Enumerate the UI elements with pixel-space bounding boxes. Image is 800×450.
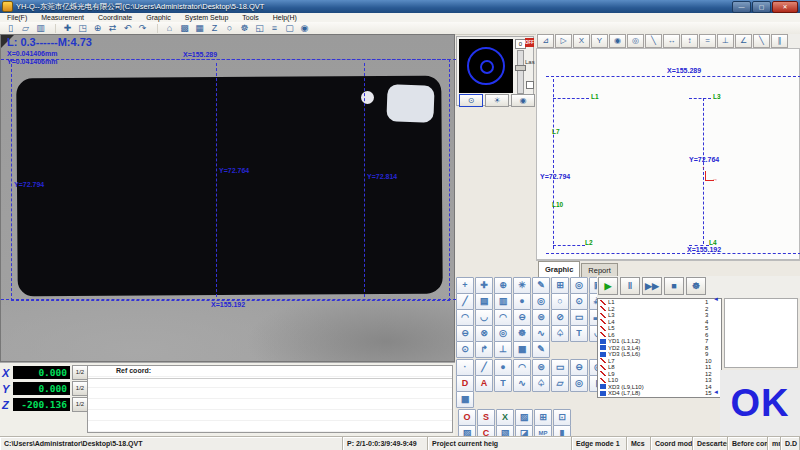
menu-item[interactable]: Tools — [235, 14, 265, 21]
fast-run-button[interactable]: ▶▶ — [642, 277, 662, 295]
list-view-icon[interactable]: ≡ — [267, 23, 282, 34]
construct-circle-tool[interactable]: ● — [494, 359, 512, 376]
axis-half-button[interactable]: 1/2 — [72, 381, 88, 396]
feature-row[interactable]: L3 3 — [598, 312, 721, 319]
ring-light-button[interactable]: ⊙ — [459, 94, 483, 107]
pen-probe-tool[interactable]: ✎ — [532, 277, 550, 294]
plane2-tool[interactable]: ▥ — [494, 293, 512, 310]
ring-tool[interactable]: ◎ — [532, 293, 550, 310]
new-file-icon[interactable]: ▯ — [3, 23, 18, 34]
vertical-distance-icon[interactable]: ↕ — [681, 34, 698, 48]
box-point-tool[interactable]: ⊞ — [551, 277, 569, 294]
feature-row[interactable]: YD2 (L3,L4) 8 — [598, 345, 721, 352]
base-tool[interactable]: ⊥ — [494, 341, 512, 358]
feature-row[interactable]: L10 13 — [598, 377, 721, 384]
symmetry-icon[interactable]: ∥ — [771, 34, 788, 48]
slot2-tool[interactable]: ⊖ — [456, 325, 474, 342]
point-aim-tool[interactable]: ✚ — [475, 277, 493, 294]
zero-z-icon[interactable]: Z — [207, 23, 222, 34]
tab-graphic[interactable]: Graphic — [538, 261, 580, 277]
line-tool[interactable]: ╱ — [456, 293, 474, 310]
laser-checkbox[interactable] — [526, 81, 534, 89]
feature-row[interactable]: L1 1 — [598, 299, 721, 306]
close-button[interactable]: ✕ — [772, 1, 798, 13]
pick-point-icon[interactable]: ▷ — [555, 34, 572, 48]
x-coordinate-icon[interactable]: X — [573, 34, 590, 48]
arc-tool[interactable]: ◠ — [456, 309, 474, 326]
home-icon[interactable]: ⌂ — [162, 23, 177, 34]
arc2-tool[interactable]: ◡ — [475, 309, 493, 326]
auto-run-icon[interactable]: ⇄ — [105, 23, 120, 34]
step-move-tool[interactable]: ↱ — [475, 341, 493, 358]
oblique-line-icon[interactable]: ╲ — [753, 34, 770, 48]
feature-row[interactable]: L2 2 — [598, 306, 721, 313]
excel-export-tool[interactable]: X — [496, 409, 514, 426]
redo-icon[interactable]: ↷ — [135, 23, 150, 34]
circle-tool[interactable]: ● — [513, 293, 531, 310]
point-tool[interactable]: + — [456, 277, 474, 294]
tab-report[interactable]: Report — [581, 263, 618, 277]
light-ring-icon[interactable]: ○ — [222, 23, 237, 34]
circle-construct-icon[interactable]: ◉ — [609, 34, 626, 48]
light-slider-thumb[interactable] — [515, 65, 526, 71]
menu-item[interactable]: Measurement — [34, 14, 91, 21]
image-export-tool[interactable]: ▨ — [515, 409, 533, 426]
feature-row[interactable]: L9 12 — [598, 371, 721, 378]
freeform-tool[interactable]: ♤ — [551, 325, 569, 342]
angle-construct-icon[interactable]: ⊿ — [537, 34, 554, 48]
toolbar-separator[interactable] — [150, 24, 158, 33]
line-construct-icon[interactable]: ╲ — [645, 34, 662, 48]
curve-tool[interactable]: ∿ — [532, 325, 550, 342]
feature-row[interactable]: L8 11 — [598, 364, 721, 371]
lens-button[interactable]: ◉ — [511, 94, 535, 107]
origin-tool[interactable]: O — [458, 409, 476, 426]
toolbar-separator[interactable] — [48, 24, 56, 33]
feature-row[interactable]: YD1 (L1,L2) 7 — [598, 338, 721, 345]
save-file-icon[interactable]: ▥ — [33, 23, 48, 34]
construct-line-tool[interactable]: ╱ — [475, 359, 493, 376]
feature-list[interactable]: L1 1 L2 2 L3 3 L4 4 L5 5 L6 6 YD1 (L1,L2… — [597, 298, 722, 398]
rectangle-tool[interactable]: ▭ — [570, 309, 588, 326]
skew-tool[interactable]: S — [477, 409, 495, 426]
pause-program-button[interactable]: ‖ — [620, 277, 640, 295]
ellipse-tool[interactable]: ⊖ — [513, 309, 531, 326]
arc3-tool[interactable]: ◠ — [494, 309, 512, 326]
crosshair-tool[interactable]: ⊕ — [494, 277, 512, 294]
minimize-button[interactable]: — — [732, 1, 751, 13]
graphic-cad-view[interactable]: X=155.289 X=155.192 Y=72.794 Y=72.764 L1… — [536, 48, 800, 260]
axis-half-button[interactable]: 1/2 — [72, 397, 88, 412]
construct-arc-tool[interactable]: ◠ — [513, 359, 531, 376]
calculator-tool[interactable]: ▦ — [513, 341, 531, 358]
feature-row[interactable]: L7 10 — [598, 358, 721, 365]
menu-item[interactable]: Graphic — [139, 14, 178, 21]
construct-rect-tool[interactable]: ▭ — [551, 359, 569, 376]
feature-row[interactable]: YD3 (L5,L6) 9 — [598, 351, 721, 358]
construct-oval-tool[interactable]: ⊖ — [570, 359, 588, 376]
zoom-in-box-tool[interactable]: ⊞ — [534, 409, 552, 426]
target-circle-tool[interactable]: ◎ — [494, 325, 512, 342]
slot3-tool[interactable]: ⊗ — [475, 325, 493, 342]
concentric-circle-tool[interactable]: ⊙ — [570, 293, 588, 310]
feature-row[interactable]: XD4 (L7,L8) 15 — [598, 390, 721, 397]
light-slider-track[interactable] — [517, 50, 524, 94]
construct-ellipse-tool[interactable]: ⊜ — [532, 359, 550, 376]
camera-icon[interactable]: ◉ — [297, 23, 312, 34]
slot-tool[interactable]: ⊘ — [551, 309, 569, 326]
angle-between-icon[interactable]: ∠ — [735, 34, 752, 48]
open-file-icon[interactable]: ▱ — [18, 23, 33, 34]
layer-tool[interactable]: ▱ — [551, 375, 569, 392]
settings-gear-icon[interactable]: ☸ — [237, 23, 252, 34]
gear-tool[interactable]: ☸ — [513, 325, 531, 342]
light-off-button[interactable]: OFF — [525, 38, 534, 47]
calculator2-tool[interactable]: ▦ — [456, 391, 474, 408]
feature-row[interactable]: L4 4 — [598, 319, 721, 326]
feature-row[interactable]: XD3 (L9,L10) 14 — [598, 384, 721, 391]
position-target-icon[interactable]: ⊕ — [90, 23, 105, 34]
camera-live-view[interactable]: L: 0.3------M:4.73 X=0.041406mm Y=0.0414… — [0, 34, 455, 362]
star-point-tool[interactable]: ✳ — [513, 277, 531, 294]
plane-tool[interactable]: ▤ — [475, 293, 493, 310]
maximize-button[interactable]: ▢ — [752, 1, 771, 13]
region-tool[interactable]: ♤ — [532, 375, 550, 392]
menu-item[interactable]: System Setup — [178, 14, 236, 21]
coaxial-light-button[interactable]: ☀ — [485, 94, 509, 107]
